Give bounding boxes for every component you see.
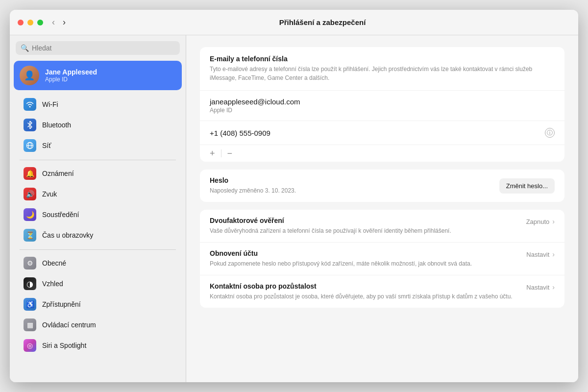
legacy-contact-header: Kontaktní osoba pro pozůstalost bbox=[210, 282, 518, 290]
two-factor-status: Zapnuto bbox=[526, 218, 550, 225]
minimize-button[interactable] bbox=[27, 20, 33, 25]
legacy-contact-content: Kontaktní osoba pro pozůstalost Kontaktn… bbox=[210, 282, 518, 301]
user-name: Jane Appleseed bbox=[45, 68, 97, 76]
sidebar-item-screentime-label: Čas u obrazovky bbox=[42, 231, 93, 239]
sidebar-item-siri[interactable]: ◎ Siri a Spotlight bbox=[14, 335, 182, 356]
sidebar-item-focus[interactable]: 🌙 Soustředění bbox=[14, 204, 182, 225]
sidebar-item-focus-label: Soustředění bbox=[42, 211, 79, 219]
sidebar-item-network-label: Síť bbox=[42, 142, 51, 149]
nav-arrows: ‹ › bbox=[49, 16, 69, 28]
account-recovery-row[interactable]: Obnovení účtu Pokud zapomenete heslo neb… bbox=[200, 243, 564, 275]
sidebar-item-accessibility-label: Zpřístupnění bbox=[42, 300, 81, 308]
emails-section-title: E-maily a telefonní čísla bbox=[210, 55, 555, 63]
account-recovery-status: Nastavit bbox=[526, 251, 549, 258]
sidebar-group-preferences: ⚙ Obecné ◑ Vzhled ♿ Zpřístupnění ▦ Ovlád… bbox=[10, 253, 186, 356]
account-recovery-chevron-icon: › bbox=[552, 250, 555, 258]
sidebar-item-general-label: Obecné bbox=[42, 259, 66, 267]
legacy-contact-desc: Kontaktní osoba pro pozůstalost je osoba… bbox=[210, 292, 518, 301]
password-card: Heslo Naposledy změněno 3. 10. 2023. Změ… bbox=[200, 170, 564, 202]
close-button[interactable] bbox=[18, 20, 24, 25]
phone-number: +1 (408) 555-0909 bbox=[210, 129, 270, 137]
titlebar: ‹ › Přihlášení a zabezpečení bbox=[10, 10, 578, 35]
security-card: Dvoufaktorové ověření Vaše důvěryhodná z… bbox=[200, 210, 564, 308]
sidebar-item-appearance-label: Vzhled bbox=[42, 280, 63, 288]
sidebar-divider-1 bbox=[20, 160, 176, 160]
account-recovery-content: Obnovení účtu Pokud zapomenete heslo neb… bbox=[210, 249, 518, 268]
sidebar-item-bluetooth[interactable]: Bluetooth bbox=[14, 115, 182, 135]
user-apple-id-label: Apple ID bbox=[45, 76, 97, 83]
sidebar-item-bluetooth-label: Bluetooth bbox=[42, 121, 71, 129]
siri-icon: ◎ bbox=[24, 339, 36, 352]
sidebar-item-screentime[interactable]: ⏳ Čas u obrazovky bbox=[14, 225, 182, 245]
two-factor-header: Dvoufaktorové ověření bbox=[210, 217, 518, 224]
legacy-contact-right: Nastavit › bbox=[526, 282, 555, 291]
sidebar-item-network[interactable]: Síť bbox=[14, 135, 182, 156]
window-title: Přihlášení a zabezpečení bbox=[74, 18, 570, 26]
apple-id-label: Apple ID bbox=[210, 107, 555, 114]
password-row: Heslo Naposledy změněno 3. 10. 2023. Změ… bbox=[200, 170, 564, 202]
sidebar-item-wifi[interactable]: Wi-Fi bbox=[14, 94, 182, 115]
user-info: Jane Appleseed Apple ID bbox=[45, 68, 97, 83]
account-recovery-desc: Pokud zapomenete heslo nebo přístupový k… bbox=[210, 259, 518, 268]
password-header: Heslo bbox=[210, 176, 296, 184]
notifications-icon: 🔔 bbox=[24, 167, 36, 180]
focus-icon: 🌙 bbox=[24, 208, 36, 221]
info-button[interactable]: ⓘ bbox=[545, 128, 555, 138]
legacy-contact-status: Nastavit bbox=[526, 284, 549, 291]
app-window: ‹ › Přihlášení a zabezpečení 🔍 👤 Jane Ap… bbox=[10, 10, 578, 382]
phone-row: +1 (408) 555-0909 ⓘ bbox=[200, 121, 564, 145]
sidebar-item-sound-label: Zvuk bbox=[42, 190, 57, 198]
wifi-icon bbox=[24, 98, 36, 111]
sidebar-item-accessibility[interactable]: ♿ Zpřístupnění bbox=[14, 294, 182, 315]
user-profile-item[interactable]: 👤 Jane Appleseed Apple ID bbox=[14, 61, 182, 90]
network-icon bbox=[24, 139, 36, 152]
bluetooth-icon bbox=[24, 119, 36, 131]
emails-header-row: E-maily a telefonní čísla Tyto e-mailové… bbox=[200, 47, 564, 91]
avatar: 👤 bbox=[20, 66, 39, 85]
two-factor-content: Dvoufaktorové ověření Vaše důvěryhodná z… bbox=[210, 217, 518, 235]
two-factor-chevron-icon: › bbox=[552, 218, 555, 225]
sidebar-item-appearance[interactable]: ◑ Vzhled bbox=[14, 273, 182, 294]
legacy-contact-chevron-icon: › bbox=[552, 283, 555, 291]
emails-section-desc: Tyto e-mailové adresy a telefonní čísla … bbox=[210, 65, 555, 82]
control-center-icon: ▦ bbox=[24, 318, 36, 331]
two-factor-right: Zapnuto › bbox=[526, 217, 555, 225]
sidebar-group-system: 🔔 Oznámení 🔊 Zvuk 🌙 Soustředění ⏳ Čas u … bbox=[10, 163, 186, 245]
screentime-icon: ⏳ bbox=[24, 229, 36, 242]
two-factor-desc: Vaše důvěryhodná zařízení a telefonní čí… bbox=[210, 226, 518, 235]
add-email-button[interactable]: + bbox=[210, 149, 215, 158]
search-bar: 🔍 bbox=[16, 41, 180, 55]
account-recovery-header: Obnovení účtu bbox=[210, 249, 518, 257]
maximize-button[interactable] bbox=[37, 20, 43, 25]
search-icon: 🔍 bbox=[21, 44, 29, 52]
two-factor-row[interactable]: Dvoufaktorové ověření Vaše důvěryhodná z… bbox=[200, 210, 564, 243]
sidebar: 🔍 👤 Jane Appleseed Apple ID bbox=[10, 35, 186, 382]
sidebar-divider-2 bbox=[20, 249, 176, 250]
sidebar-item-notifications[interactable]: 🔔 Oznámení bbox=[14, 163, 182, 184]
remove-email-button[interactable]: − bbox=[227, 149, 233, 158]
search-input[interactable] bbox=[32, 44, 175, 52]
account-recovery-right: Nastavit › bbox=[526, 249, 555, 258]
content-area: 🔍 👤 Jane Appleseed Apple ID bbox=[10, 35, 578, 382]
back-arrow-button[interactable]: ‹ bbox=[49, 16, 58, 28]
sidebar-item-notifications-label: Oznámení bbox=[42, 170, 74, 177]
password-info: Heslo Naposledy změněno 3. 10. 2023. bbox=[210, 176, 296, 195]
password-desc: Naposledy změněno 3. 10. 2023. bbox=[210, 186, 296, 195]
sidebar-item-sound[interactable]: 🔊 Zvuk bbox=[14, 184, 182, 204]
main-content: E-maily a telefonní čísla Tyto e-mailové… bbox=[186, 35, 578, 382]
traffic-lights bbox=[18, 20, 43, 25]
sidebar-item-siri-label: Siri a Spotlight bbox=[42, 342, 86, 349]
email-row: janeappleseed@icloud.com Apple ID bbox=[200, 91, 564, 121]
sidebar-item-general[interactable]: ⚙ Obecné bbox=[14, 253, 182, 273]
accessibility-icon: ♿ bbox=[24, 298, 36, 311]
sound-icon: 🔊 bbox=[24, 188, 36, 200]
sidebar-item-control-center-label: Ovládací centrum bbox=[42, 321, 96, 329]
general-icon: ⚙ bbox=[24, 257, 36, 270]
legacy-contact-row[interactable]: Kontaktní osoba pro pozůstalost Kontaktn… bbox=[200, 275, 564, 308]
change-password-button[interactable]: Změnit heslo... bbox=[499, 178, 555, 194]
btn-divider bbox=[221, 149, 221, 157]
sidebar-group-connectivity: Wi-Fi Bluetooth bbox=[10, 94, 186, 156]
emails-card: E-maily a telefonní čísla Tyto e-mailové… bbox=[200, 47, 564, 162]
sidebar-item-control-center[interactable]: ▦ Ovládací centrum bbox=[14, 315, 182, 335]
forward-arrow-button[interactable]: › bbox=[60, 16, 69, 28]
